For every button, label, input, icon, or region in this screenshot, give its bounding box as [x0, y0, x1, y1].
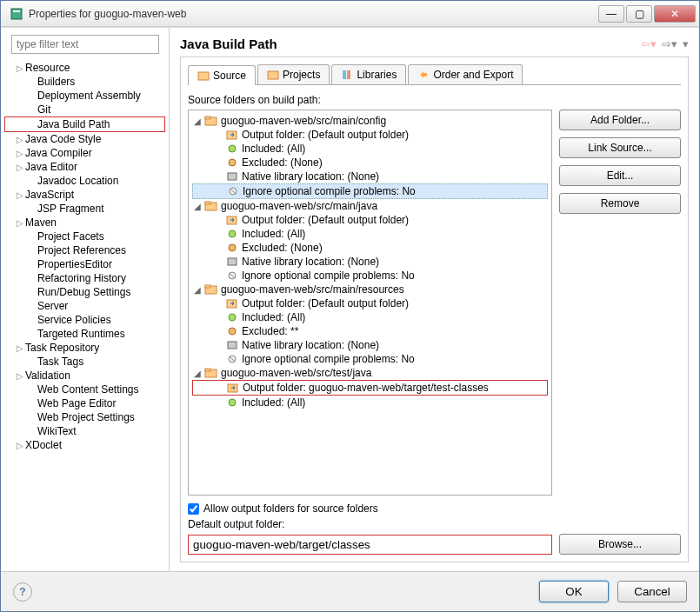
nav-item[interactable]: Java Build Path: [4, 116, 165, 132]
expand-icon[interactable]: ▷: [17, 371, 25, 381]
svg-rect-2: [198, 72, 209, 80]
help-icon[interactable]: ?: [13, 582, 32, 602]
nav-item[interactable]: Web Content Settings: [4, 382, 165, 396]
source-property[interactable]: Native library location: (None): [192, 170, 548, 183]
nav-item[interactable]: Service Policies: [4, 313, 165, 327]
nav-item[interactable]: ▷JavaScript: [4, 188, 165, 202]
expand-icon[interactable]: ▷: [17, 135, 25, 144]
nav-item[interactable]: Git: [4, 103, 165, 116]
source-property[interactable]: Included: (All): [192, 142, 548, 156]
source-property[interactable]: Excluded: **: [192, 324, 548, 338]
svg-rect-5: [347, 70, 350, 79]
expand-icon[interactable]: ▷: [17, 343, 25, 353]
nav-item-label: Java Build Path: [37, 118, 110, 130]
nav-item[interactable]: ▷Maven: [4, 216, 165, 230]
nav-item[interactable]: ▷Task Repository: [4, 341, 165, 355]
source-property[interactable]: Included: (All): [192, 310, 548, 324]
maximize-button[interactable]: ▢: [626, 5, 652, 23]
source-property[interactable]: Excluded: (None): [192, 156, 548, 170]
cancel-button[interactable]: Cancel: [617, 581, 687, 602]
expand-icon[interactable]: ▷: [17, 149, 25, 158]
exc-icon: [225, 325, 239, 337]
source-folders-label: Source folders on build path:: [188, 94, 681, 106]
default-output-input[interactable]: [188, 535, 552, 555]
nav-item-label: Service Policies: [37, 314, 111, 326]
property-text: Native library location: (None): [242, 256, 379, 268]
collapse-icon[interactable]: ◢: [194, 369, 204, 378]
remove-button[interactable]: Remove: [559, 193, 681, 214]
nav-item[interactable]: Refactoring History: [4, 271, 165, 285]
expand-icon[interactable]: ▷: [17, 441, 25, 450]
source-folder[interactable]: ◢guoguo-maven-web/src/main/java: [192, 199, 548, 213]
source-property[interactable]: Ignore optional compile problems: No: [192, 269, 548, 283]
filter-input[interactable]: [11, 35, 159, 54]
nav-item[interactable]: ▷Resource: [4, 61, 165, 75]
nav-item[interactable]: Targeted Runtimes: [4, 327, 165, 341]
add-folder-button[interactable]: Add Folder...: [559, 110, 681, 130]
expand-icon[interactable]: ▷: [17, 218, 25, 228]
nav-item[interactable]: ▷Java Compiler: [4, 146, 165, 160]
collapse-icon[interactable]: ◢: [194, 285, 204, 295]
expand-icon[interactable]: ▷: [17, 63, 25, 73]
source-property[interactable]: Excluded: (None): [192, 241, 548, 255]
source-tree[interactable]: ◢guoguo-maven-web/src/main/configOutput …: [188, 110, 552, 496]
svg-rect-4: [343, 70, 346, 79]
ign-icon: [225, 353, 239, 365]
nav-item[interactable]: ▷Java Editor: [4, 160, 165, 174]
expand-icon[interactable]: ▷: [17, 163, 25, 172]
source-folder[interactable]: ◢guoguo-maven-web/src/main/config: [192, 114, 548, 128]
source-property[interactable]: Included: (All): [192, 396, 548, 409]
order-tab-icon: [417, 69, 430, 81]
forward-icon[interactable]: ⇨▾: [662, 37, 677, 50]
tab-libraries[interactable]: Libraries: [331, 64, 406, 84]
expand-icon[interactable]: ▷: [17, 190, 25, 200]
source-property[interactable]: Output folder: (Default output folder): [192, 213, 548, 227]
nav-item[interactable]: Server: [4, 299, 165, 313]
source-property[interactable]: Ignore optional compile problems: No: [192, 352, 548, 366]
collapse-icon[interactable]: ◢: [194, 116, 204, 126]
allow-output-checkbox[interactable]: [188, 503, 199, 515]
nav-item[interactable]: Javadoc Location: [4, 174, 165, 188]
nav-item[interactable]: Web Page Editor: [4, 396, 165, 410]
tab-source[interactable]: Source: [188, 65, 256, 85]
nav-item[interactable]: ▷XDoclet: [4, 438, 165, 452]
nav-item[interactable]: ▷Validation: [4, 369, 165, 382]
nav-item[interactable]: Web Project Settings: [4, 410, 165, 424]
tab-order[interactable]: Order and Export: [408, 64, 523, 84]
minimize-button[interactable]: —: [598, 5, 624, 23]
source-folder[interactable]: ◢guoguo-maven-web/src/main/resources: [192, 283, 548, 296]
back-icon[interactable]: ⇦▾: [641, 37, 657, 50]
nav-item[interactable]: Run/Debug Settings: [4, 285, 165, 299]
allow-output-label: Allow output folders for source folders: [203, 502, 378, 515]
source-property[interactable]: Output folder: guoguo-maven-web/target/t…: [192, 380, 548, 396]
nav-item[interactable]: Task Tags: [4, 355, 165, 369]
nav-item[interactable]: Project Facets: [4, 230, 165, 243]
nav-item[interactable]: PropertiesEditor: [4, 257, 165, 271]
nav-item[interactable]: WikiText: [4, 424, 165, 438]
source-property[interactable]: Included: (All): [192, 227, 548, 241]
tab-projects[interactable]: Projects: [257, 64, 330, 84]
svg-rect-7: [205, 116, 210, 119]
collapse-icon[interactable]: ◢: [194, 202, 204, 211]
link-source-button[interactable]: Link Source...: [559, 137, 681, 158]
source-property[interactable]: Ignore optional compile problems: No: [192, 183, 548, 199]
ok-button[interactable]: OK: [539, 581, 609, 602]
property-text: Output folder: (Default output folder): [242, 129, 409, 141]
svg-point-26: [229, 328, 236, 335]
source-property[interactable]: Native library location: (None): [192, 338, 548, 352]
menu-icon[interactable]: ▾: [683, 37, 689, 50]
edit-button[interactable]: Edit...: [559, 165, 681, 186]
source-folder[interactable]: ◢guoguo-maven-web/src/test/java: [192, 366, 548, 380]
source-property[interactable]: Output folder: (Default output folder): [192, 128, 548, 142]
property-text: Included: (All): [242, 311, 305, 323]
browse-button[interactable]: Browse...: [559, 534, 681, 555]
nav-item[interactable]: ▷Java Code Style: [4, 132, 165, 146]
close-button[interactable]: ✕: [654, 5, 696, 23]
nav-item-label: Git: [37, 103, 50, 116]
nav-item[interactable]: Deployment Assembly: [4, 89, 165, 103]
source-property[interactable]: Output folder: (Default output folder): [192, 296, 548, 310]
source-property[interactable]: Native library location: (None): [192, 255, 548, 269]
nav-item[interactable]: Builders: [4, 75, 165, 89]
nav-item[interactable]: JSP Fragment: [4, 202, 165, 216]
nav-item[interactable]: Project References: [4, 243, 165, 257]
